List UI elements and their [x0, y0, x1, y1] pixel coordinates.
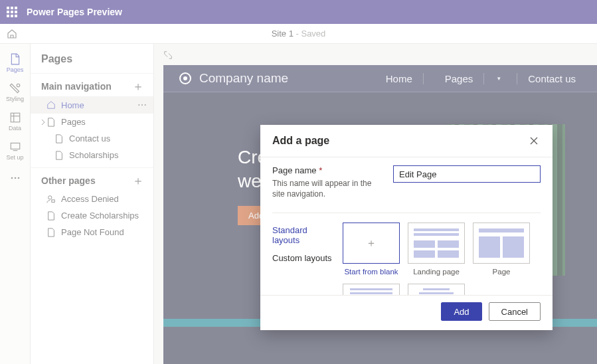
layout-more-2[interactable]: [408, 284, 465, 295]
page-name-help: This name will appear in the site naviga…: [272, 178, 381, 199]
add-page-modal: Add a page Page name * This name will ap…: [260, 125, 553, 330]
layout-start-from-blank[interactable]: ＋ Start from blank: [343, 223, 400, 276]
close-button[interactable]: [527, 134, 541, 147]
modal-body: Page name * This name will appear in the…: [260, 157, 553, 295]
layout-landing-page[interactable]: Landing page: [408, 223, 465, 276]
layout-grid: ＋ Start from blank Landing page Page: [343, 223, 541, 295]
close-icon: [530, 137, 538, 145]
add-button[interactable]: Add: [441, 302, 481, 321]
tab-standard-layouts[interactable]: Standard layouts: [272, 225, 333, 245]
page-name-input[interactable]: [393, 165, 541, 183]
cancel-button[interactable]: Cancel: [489, 302, 541, 321]
tab-custom-layouts[interactable]: Custom layouts: [272, 253, 333, 263]
page-name-label: Page name *: [272, 165, 381, 175]
layout-more-1[interactable]: [343, 284, 400, 295]
plus-icon: ＋: [343, 223, 399, 263]
layout-page[interactable]: Page: [473, 223, 530, 276]
modal-title: Add a page: [272, 135, 329, 147]
